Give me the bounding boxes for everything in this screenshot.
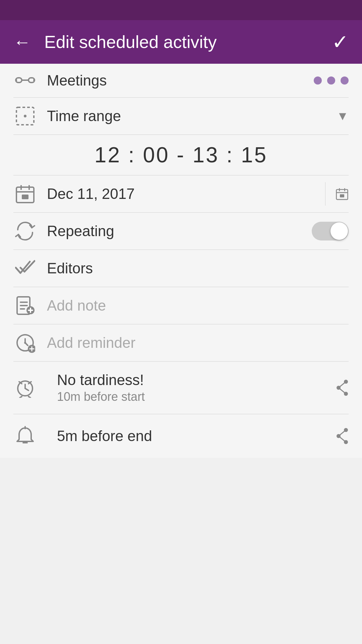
add-note-icon: [13, 294, 37, 317]
dot-3: [341, 76, 349, 85]
time-display: 12 : 00 - 13 : 15: [95, 143, 267, 167]
svg-rect-16: [340, 194, 344, 197]
svg-line-33: [25, 388, 28, 390]
editors-row[interactable]: Editors: [0, 250, 362, 287]
meetings-row[interactable]: Meetings: [0, 64, 362, 97]
add-note-row[interactable]: Add note: [0, 287, 362, 324]
editors-icon: [13, 257, 37, 280]
reminder-2-text: 5m before end: [57, 428, 328, 444]
meetings-label: Meetings: [47, 72, 314, 89]
reminder-2-title: 5m before end: [57, 428, 328, 444]
svg-line-48: [339, 430, 346, 436]
dot-2: [327, 76, 335, 85]
reminder-2-icon: [13, 424, 37, 448]
meetings-dots: [314, 76, 349, 85]
add-reminder-row[interactable]: Add reminder: [0, 324, 362, 361]
svg-line-37: [28, 396, 31, 398]
svg-line-41: [339, 382, 346, 388]
add-reminder-icon: [13, 331, 37, 355]
svg-line-42: [339, 388, 346, 394]
time-range-icon: [13, 104, 37, 128]
meetings-icon: [13, 69, 37, 92]
status-bar: [0, 0, 362, 20]
dot-1: [314, 76, 322, 85]
repeating-toggle[interactable]: [312, 222, 349, 240]
time-display-row[interactable]: 12 : 00 - 13 : 15: [0, 135, 362, 175]
repeating-row[interactable]: Repeating: [0, 213, 362, 250]
date-icon-left: [13, 182, 37, 206]
reminder-item-2[interactable]: 5m before end: [0, 414, 362, 458]
editors-label: Editors: [47, 260, 349, 277]
add-reminder-placeholder: Add reminder: [47, 334, 349, 351]
reminder-1-action-icon[interactable]: [328, 378, 349, 398]
svg-line-36: [20, 396, 22, 398]
add-note-placeholder: Add note: [47, 297, 349, 314]
time-range-label: Time range: [47, 108, 337, 124]
date-label: Dec 11, 2017: [47, 185, 325, 202]
confirm-button[interactable]: ✓: [332, 30, 349, 54]
reminder-1-icon: [13, 376, 37, 399]
repeating-label: Repeating: [47, 223, 312, 239]
svg-point-27: [24, 342, 26, 344]
reminder-1-text: No tardiness! 10m before start: [57, 372, 328, 404]
repeating-icon: [13, 219, 37, 243]
svg-rect-11: [22, 195, 28, 199]
time-range-dropdown-icon: ▼: [337, 109, 349, 123]
reminder-item-1[interactable]: No tardiness! 10m before start: [0, 362, 362, 414]
date-row[interactable]: Dec 11, 2017: [0, 175, 362, 212]
svg-point-6: [24, 115, 26, 117]
date-picker-button[interactable]: [325, 182, 349, 206]
back-button[interactable]: ←: [13, 33, 31, 51]
content-area: Meetings Time range ▼ 12 : 00 - 13 : 15: [0, 64, 362, 458]
reminder-2-action-icon[interactable]: [328, 426, 349, 446]
reminder-1-subtitle: 10m before start: [57, 390, 328, 404]
svg-line-49: [339, 436, 346, 442]
time-range-row[interactable]: Time range ▼: [0, 98, 362, 135]
toolbar: ← Edit scheduled activity ✓: [0, 20, 362, 64]
page-title: Edit scheduled activity: [31, 32, 332, 52]
reminder-1-title: No tardiness!: [57, 372, 328, 388]
toggle-thumb: [330, 222, 348, 240]
